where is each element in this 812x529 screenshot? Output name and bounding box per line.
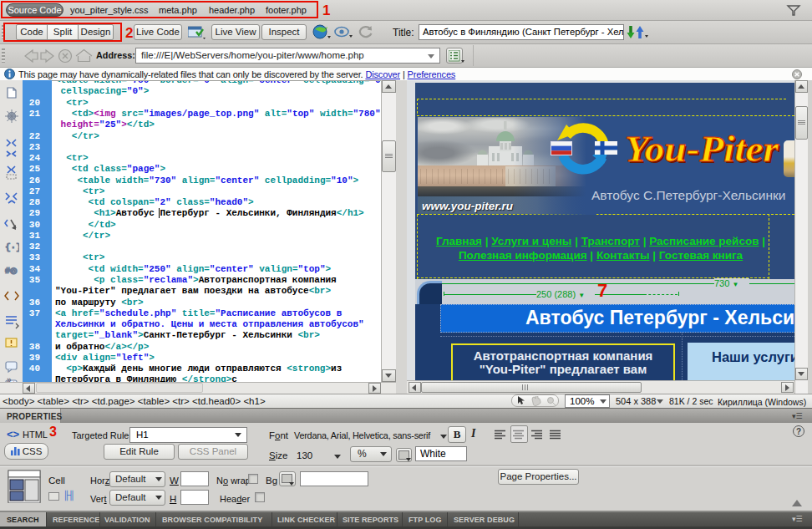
svg-text:You-Piter: You-Piter <box>625 129 779 170</box>
svg-text:#◎: #◎ <box>5 267 18 276</box>
svg-text:{·}: {·} <box>5 242 19 252</box>
